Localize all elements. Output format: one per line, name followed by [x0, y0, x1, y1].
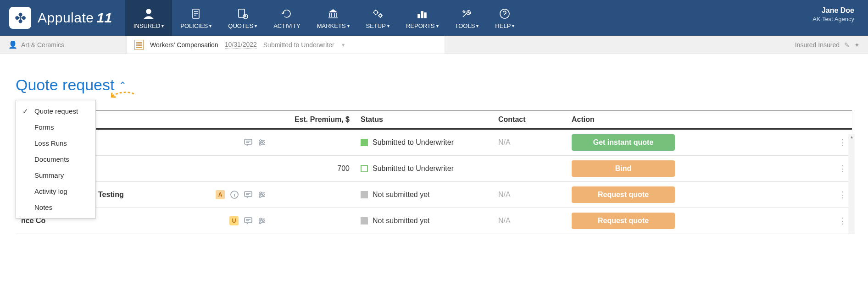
request-quote-button[interactable]: Request quote [572, 186, 675, 203]
subbar-right: Insured Insured ✎ ✦ [787, 36, 868, 54]
menu-item-notes[interactable]: Notes [16, 199, 95, 215]
policy-strip[interactable]: Workers' Compensation 10/31/2022 Submitt… [127, 36, 445, 54]
premium-value: 700 [273, 156, 355, 182]
chat-icon[interactable] [243, 190, 253, 200]
policy-date[interactable]: 10/31/2022 [225, 41, 257, 49]
caret-down-icon[interactable]: ▼ [341, 42, 346, 48]
insured-name: Art & Ceramics [21, 41, 64, 49]
bind-button[interactable]: Bind [572, 160, 675, 177]
settings-icon[interactable]: ✦ [854, 41, 860, 49]
edit-icon[interactable]: ✎ [844, 41, 850, 49]
col-status[interactable]: Status [355, 111, 493, 129]
status-icon [361, 139, 368, 146]
nav-quotes[interactable]: QUOTES ▾ [220, 0, 265, 36]
section-header[interactable]: Quote request ⌃ [16, 76, 852, 94]
row-menu-icon[interactable]: ⋮ [838, 216, 846, 225]
svg-point-22 [259, 222, 261, 224]
document-clock-icon [236, 7, 249, 21]
svg-point-20 [260, 218, 262, 220]
nav-policies[interactable]: POLICIES ▾ [172, 0, 220, 36]
status-text: Submitted to Underwriter [373, 138, 454, 147]
menu-item-quote-request[interactable]: Quote request [16, 103, 95, 119]
person-icon: 👤 [8, 40, 17, 49]
nav-setup[interactable]: SETUP ▾ [358, 0, 398, 36]
nav-label: QUOTES [228, 22, 253, 29]
chevron-down-icon: ▾ [255, 23, 257, 28]
chat-icon[interactable] [243, 216, 253, 226]
nav-activity[interactable]: ACTIVITY [265, 0, 309, 36]
svg-point-18 [259, 196, 261, 197]
scrollbar[interactable]: ▴ [848, 134, 855, 234]
col-premium[interactable]: Est. Premium, $ [273, 111, 355, 129]
agency-name: AK Test Agency [812, 16, 854, 22]
table-row[interactable]: mics - proposal.pdf 700 Submitted to Und… [16, 156, 852, 182]
menu-item-summary[interactable]: Summary [16, 167, 95, 183]
menu-item-activity-log[interactable]: Activity log [16, 183, 95, 199]
contact-value: N/A [498, 138, 511, 146]
user-name: Jane Doe [812, 6, 854, 15]
col-contact[interactable]: Contact [493, 111, 566, 129]
sliders-icon[interactable] [257, 216, 267, 226]
nav-help[interactable]: HELP ▾ [487, 0, 523, 36]
section-title: Quote request [16, 76, 114, 94]
scroll-up-icon[interactable]: ▴ [848, 134, 855, 142]
sliders-icon[interactable] [257, 137, 267, 148]
info-icon[interactable] [229, 190, 239, 200]
nav-label: POLICIES [180, 22, 208, 29]
nav-label: TOOLS [455, 22, 475, 29]
row-menu-icon[interactable]: ⋮ [838, 164, 846, 173]
premium-value [273, 182, 355, 208]
badge-u: U [229, 216, 239, 225]
nav-tools[interactable]: TOOLS ▾ [447, 0, 487, 36]
table-row[interactable]: cial Live API Testing Submitted to Under… [16, 129, 852, 156]
badge-a: A [216, 190, 225, 199]
svg-point-0 [146, 9, 151, 14]
svg-rect-6 [418, 14, 420, 18]
svg-rect-1 [193, 9, 199, 18]
document-icon [189, 7, 202, 21]
get-instant-quote-button[interactable]: Get instant quote [572, 134, 675, 151]
brand-suffix: 11 [96, 10, 112, 26]
tools-icon [460, 7, 473, 21]
menu-item-loss-runs[interactable]: Loss Runs [16, 135, 95, 151]
logo[interactable]: ✤ Appulate 11 [0, 0, 125, 36]
request-quote-button[interactable]: Request quote [572, 213, 675, 229]
nav-label: REPORTS [406, 22, 435, 29]
premium-value [273, 208, 355, 234]
status-icon [361, 191, 368, 198]
nav-label: HELP [495, 22, 511, 29]
svg-point-21 [262, 220, 264, 222]
nav-markets[interactable]: MARKETS ▾ [309, 0, 358, 36]
nav-label: MARKETS [317, 22, 346, 29]
chevron-down-icon: ▾ [161, 23, 164, 28]
policy-status: Submitted to Underwriter [263, 41, 334, 49]
content: Quote request ⌃ Quote requestFormsLoss R… [0, 54, 868, 243]
breadcrumb[interactable]: 👤 Art & Ceramics [0, 36, 127, 54]
col-action[interactable]: Action [566, 111, 833, 129]
chat-icon[interactable] [243, 137, 253, 148]
status-text: Submitted to Underwriter [373, 164, 454, 173]
menu-item-forms[interactable]: Forms [16, 119, 95, 135]
svg-rect-7 [421, 11, 423, 18]
menu-item-documents[interactable]: Documents [16, 151, 95, 167]
row-menu-icon[interactable]: ⋮ [838, 190, 846, 199]
nav-reports[interactable]: REPORTS ▾ [398, 0, 447, 36]
quote-grid-wrap: Est. Premium, $ Status Contact Action ci… [16, 110, 852, 234]
status-text: Not submitted yet [373, 191, 430, 199]
insured-label: Insured Insured [795, 41, 840, 49]
sliders-icon[interactable] [257, 190, 267, 200]
svg-point-11 [260, 140, 262, 142]
svg-point-5 [379, 14, 382, 17]
nav-label: SETUP [366, 22, 386, 29]
contact-value: N/A [498, 191, 511, 198]
table-row[interactable]: nce Co U Not submitted yet N/A Request q… [16, 208, 852, 234]
chevron-down-icon: ▾ [436, 23, 439, 28]
chevron-down-icon: ▾ [209, 23, 211, 28]
user-area[interactable]: Jane Doe AK Test Agency [812, 0, 868, 36]
row-menu-icon[interactable]: ⋮ [838, 138, 846, 147]
nav-insured[interactable]: INSURED ▾ [125, 0, 172, 36]
status-icon [361, 217, 368, 224]
table-row[interactable]: nsurance Group, LLC Testing A Not submit… [16, 182, 852, 208]
top-nav: ✤ Appulate 11 INSURED ▾ POLICIES ▾ QUOTE… [0, 0, 868, 36]
svg-rect-15 [245, 192, 252, 197]
